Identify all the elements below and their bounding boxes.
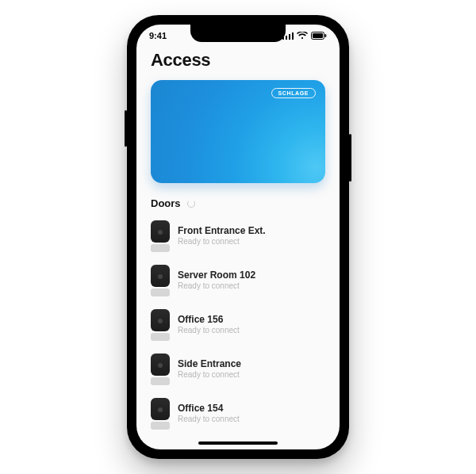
page-content: Access SCHLAGE Doors Front Entrance Ext.… xyxy=(136,47,340,449)
door-status: Ready to connect xyxy=(178,370,241,380)
door-item-side-entrance[interactable]: Side Entrance Ready to connect xyxy=(151,349,325,393)
svg-rect-1 xyxy=(286,36,287,40)
door-lock-icon xyxy=(151,220,170,252)
home-indicator[interactable] xyxy=(198,442,278,445)
status-indicators xyxy=(282,32,327,40)
doors-list: Front Entrance Ext. Ready to connect Ser… xyxy=(151,216,325,438)
door-name: Side Entrance xyxy=(178,358,241,370)
doors-header: Doors xyxy=(151,197,325,209)
door-text: Server Room 102 Ready to connect xyxy=(178,269,255,292)
door-text: Side Entrance Ready to connect xyxy=(178,358,241,380)
door-name: Office 156 xyxy=(178,314,240,326)
battery-icon xyxy=(311,32,327,40)
notch xyxy=(190,25,286,42)
door-name: Office 154 xyxy=(178,403,240,415)
wifi-icon xyxy=(297,32,308,40)
access-card[interactable]: SCHLAGE xyxy=(151,80,325,183)
door-status: Ready to connect xyxy=(178,326,240,336)
door-item-front-entrance-ext[interactable]: Front Entrance Ext. Ready to connect xyxy=(151,216,325,260)
door-item-server-room-102[interactable]: Server Room 102 Ready to connect xyxy=(151,260,325,304)
door-item-office-156[interactable]: Office 156 Ready to connect xyxy=(151,304,325,349)
door-item-office-154[interactable]: Office 154 Ready to connect xyxy=(151,393,325,438)
svg-rect-3 xyxy=(292,32,294,40)
door-text: Front Entrance Ext. Ready to connect xyxy=(178,225,266,247)
stage: 9:41 Access SCHLAGE xyxy=(0,0,476,474)
door-lock-icon xyxy=(151,309,170,341)
door-text: Office 156 Ready to connect xyxy=(178,314,240,336)
door-lock-icon xyxy=(151,354,170,385)
status-time: 9:41 xyxy=(149,31,167,40)
doors-heading: Doors xyxy=(151,197,181,209)
card-brand-badge: SCHLAGE xyxy=(271,88,316,98)
door-name: Front Entrance Ext. xyxy=(178,225,266,237)
door-status: Ready to connect xyxy=(178,415,240,425)
phone-screen: 9:41 Access SCHLAGE xyxy=(136,25,340,449)
svg-rect-2 xyxy=(289,34,290,40)
door-text: Office 154 Ready to connect xyxy=(178,403,240,425)
page-title: Access xyxy=(151,50,325,71)
svg-rect-6 xyxy=(325,34,327,37)
door-lock-icon xyxy=(151,265,170,296)
door-lock-icon xyxy=(151,398,170,430)
door-status: Ready to connect xyxy=(178,281,255,292)
phone-frame: 9:41 Access SCHLAGE xyxy=(127,15,349,459)
door-status: Ready to connect xyxy=(178,237,266,247)
door-name: Server Room 102 xyxy=(178,269,255,281)
svg-rect-5 xyxy=(313,33,323,38)
loading-spinner-icon xyxy=(187,200,195,208)
